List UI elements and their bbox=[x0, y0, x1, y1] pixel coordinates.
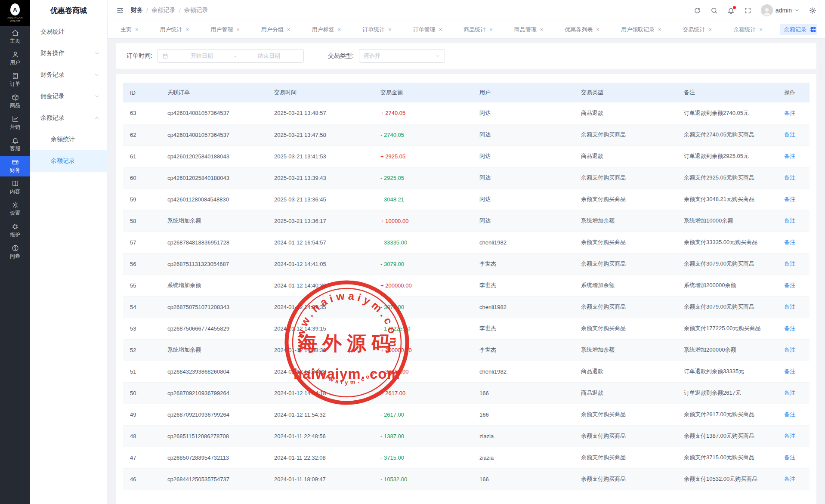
remark-action-link[interactable]: 备注 bbox=[784, 131, 795, 138]
remark-action-link[interactable]: 备注 bbox=[784, 153, 795, 159]
tab-label: 订单统计 bbox=[362, 26, 385, 34]
remark-action-link[interactable]: 备注 bbox=[784, 454, 795, 461]
tab-close-icon[interactable]: × bbox=[388, 27, 392, 32]
tab-item[interactable]: 商品统计× bbox=[459, 24, 497, 35]
tab-close-icon[interactable]: × bbox=[658, 27, 661, 32]
user-menu[interactable]: admin bbox=[761, 4, 800, 16]
tab-item[interactable]: 商品管理× bbox=[510, 24, 548, 35]
notification-bell-icon[interactable] bbox=[727, 7, 735, 14]
rail-item-order[interactable]: 订单 bbox=[0, 70, 30, 90]
refresh-icon[interactable] bbox=[694, 7, 701, 14]
rail-item-label: 客服 bbox=[10, 145, 20, 152]
remark-action-link[interactable]: 备注 bbox=[784, 368, 795, 374]
tab-item[interactable]: 用户领取记录× bbox=[617, 24, 666, 35]
cell-remark: 余额支付1387.00元购买商品 bbox=[677, 425, 777, 447]
rail-item-marketing[interactable]: 营销 bbox=[0, 113, 30, 133]
tab-item[interactable]: 订单统计× bbox=[358, 24, 396, 35]
table-row: 46cp2684412505357547372024-01-11 18:09:4… bbox=[123, 468, 810, 490]
tab-close-icon[interactable]: × bbox=[287, 27, 290, 32]
settings-gear-icon[interactable] bbox=[809, 7, 816, 14]
table-row: 60cp4260120258401880432025-03-21 13:39:4… bbox=[123, 167, 810, 189]
cell-time: 2025-03-21 13:36:17 bbox=[267, 210, 374, 232]
remark-action-link[interactable]: 备注 bbox=[784, 174, 795, 181]
tab-close-icon[interactable]: × bbox=[186, 27, 189, 32]
remark-action-link[interactable]: 备注 bbox=[784, 260, 795, 267]
transaction-type-select[interactable]: 请选择 bbox=[359, 49, 445, 63]
tab-close-icon[interactable]: × bbox=[489, 27, 493, 32]
tab-item[interactable]: 用户管理× bbox=[206, 24, 244, 35]
cell-time: 2025-03-21 13:41:53 bbox=[267, 145, 374, 167]
search-icon[interactable] bbox=[711, 7, 718, 14]
sidebar-item-0[interactable]: 交易统计 bbox=[30, 21, 107, 43]
tab-close-icon[interactable]: × bbox=[135, 27, 139, 32]
sidebar-item-1[interactable]: 财务操作 bbox=[30, 43, 107, 64]
tab-item[interactable]: 优惠券列表× bbox=[560, 24, 604, 35]
rail-item-settings[interactable]: 设置 bbox=[0, 199, 30, 220]
cell-type: 系统增加余额 bbox=[574, 339, 677, 361]
remark-action-link[interactable]: 备注 bbox=[784, 110, 795, 116]
tab-item[interactable]: 订单管理× bbox=[409, 24, 447, 35]
rail-item-maintenance[interactable]: 维护 bbox=[0, 220, 30, 241]
sidebar-item-4[interactable]: 余额记录 bbox=[30, 107, 107, 129]
cell-order: cp426014081057364537 bbox=[161, 124, 267, 145]
tab-close-icon[interactable]: × bbox=[596, 27, 599, 32]
topbar: 财务 / 余额记录 / 余额记录 bbox=[108, 0, 825, 21]
tab-close-icon[interactable]: × bbox=[540, 27, 544, 32]
table-row: 61cp4260120258401880432025-03-21 13:41:5… bbox=[123, 145, 810, 167]
rail-item-label: 营销 bbox=[10, 124, 20, 131]
rail-item-goods[interactable]: 商品 bbox=[0, 91, 30, 112]
rail-item-home[interactable]: 主页 bbox=[0, 27, 30, 47]
tab-item[interactable]: 用户标签× bbox=[307, 24, 345, 35]
date-range-input[interactable]: 开始日期 - 结束日期 bbox=[158, 49, 304, 63]
cell-type: 余额支付购买商品 bbox=[574, 447, 677, 468]
cell-id: 55 bbox=[123, 275, 161, 296]
remark-action-link[interactable]: 备注 bbox=[784, 303, 795, 310]
remark-action-link[interactable]: 备注 bbox=[784, 217, 795, 224]
cell-order: cp268784818836951728 bbox=[161, 232, 267, 253]
menu-fold-icon[interactable] bbox=[116, 6, 124, 14]
sidebar-item-3[interactable]: 佣金记录 bbox=[30, 86, 107, 107]
home-icon bbox=[12, 29, 19, 37]
tab-close-icon[interactable]: × bbox=[709, 27, 712, 32]
remark-action-link[interactable]: 备注 bbox=[784, 476, 795, 482]
tab-item[interactable]: 主页× bbox=[116, 24, 143, 35]
cell-amount: + 33335.00 bbox=[374, 361, 473, 382]
remark-action-link[interactable]: 备注 bbox=[784, 411, 795, 417]
rail-item-content[interactable]: 内容 bbox=[0, 177, 30, 198]
rail-item-survey[interactable]: 问卷 bbox=[0, 242, 30, 263]
sidebar-item-2[interactable]: 财务记录 bbox=[30, 64, 107, 86]
tab-item[interactable]: 交易统计× bbox=[679, 24, 717, 35]
cell-action: 备注 bbox=[777, 318, 810, 339]
rail-item-finance[interactable]: 财务 bbox=[0, 156, 30, 176]
tab-layout-grid-icon[interactable] bbox=[810, 26, 816, 33]
app-logo[interactable]: A AMERICAN DREAM bbox=[0, 0, 30, 26]
tab-item[interactable]: 余额统计× bbox=[729, 24, 767, 35]
remark-action-link[interactable]: 备注 bbox=[784, 239, 795, 245]
cell-amount: - 33335.00 bbox=[374, 232, 473, 253]
rail-item-support[interactable]: 客服 bbox=[0, 134, 30, 155]
cell-action: 备注 bbox=[777, 447, 810, 468]
tab-item[interactable]: 用户分组× bbox=[257, 24, 295, 35]
remark-action-link[interactable]: 备注 bbox=[784, 390, 795, 396]
sidebar-subitem-4-0[interactable]: 余额统计 bbox=[30, 129, 107, 150]
fullscreen-icon[interactable] bbox=[744, 7, 751, 14]
cell-order: 系统增加余额 bbox=[161, 210, 267, 232]
cell-time: 2024-01-11 18:09:47 bbox=[267, 468, 374, 490]
remark-action-link[interactable]: 备注 bbox=[784, 433, 795, 439]
tab-close-icon[interactable]: × bbox=[337, 27, 341, 32]
remark-action-link[interactable]: 备注 bbox=[784, 346, 795, 353]
remark-action-link[interactable]: 备注 bbox=[784, 196, 795, 202]
tab-item[interactable]: 用户统计× bbox=[156, 24, 194, 35]
rail-item-label: 维护 bbox=[10, 231, 20, 238]
breadcrumb-item[interactable]: 余额记录 bbox=[151, 6, 176, 14]
tab-close-icon[interactable]: × bbox=[759, 27, 763, 32]
cell-id: 63 bbox=[123, 102, 161, 124]
remark-action-link[interactable]: 备注 bbox=[784, 282, 795, 288]
sidebar-subitem-4-1[interactable]: 余额记录 bbox=[30, 150, 107, 172]
rail-item-user[interactable]: 用户 bbox=[0, 48, 30, 69]
remark-action-link[interactable]: 备注 bbox=[784, 325, 795, 331]
tab-close-icon[interactable]: × bbox=[236, 27, 240, 32]
cell-action: 备注 bbox=[777, 253, 810, 275]
breadcrumb-item[interactable]: 财务 bbox=[131, 6, 143, 14]
tab-close-icon[interactable]: × bbox=[439, 27, 442, 32]
